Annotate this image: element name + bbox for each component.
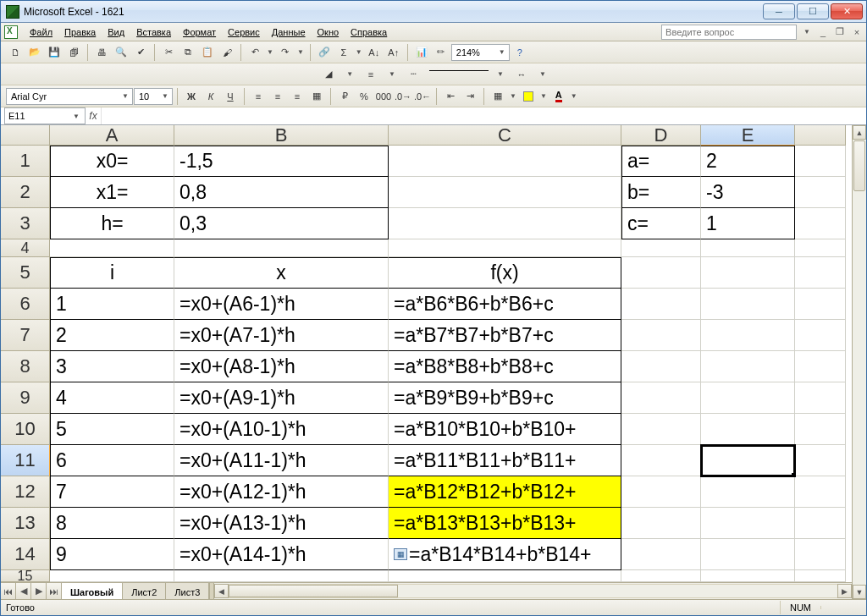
menu-file[interactable]: Файл	[25, 25, 58, 40]
hyperlink-icon[interactable]: 🔗	[315, 43, 334, 62]
cell-f14[interactable]	[795, 539, 846, 570]
titlebar[interactable]: Microsoft Excel - 1621 ─ ☐ ✕	[1, 1, 866, 23]
cell-a3[interactable]: h=	[50, 208, 174, 239]
row-header-15[interactable]: 15	[1, 570, 50, 582]
cell-e12[interactable]	[701, 476, 795, 508]
cell-f1[interactable]	[795, 146, 846, 177]
cell-f7[interactable]	[795, 320, 846, 351]
tab-nav-last-icon[interactable]: ⏭	[47, 583, 62, 599]
cell-b15[interactable]	[174, 570, 389, 582]
cell-b11[interactable]: =x0+(A11-1)*h	[174, 445, 389, 476]
sheet-tab-1[interactable]: Шаговый	[62, 583, 123, 599]
line-style-dropdown-icon[interactable]: ▼	[387, 70, 397, 78]
cell-d15[interactable]	[621, 570, 701, 582]
print-preview-icon[interactable]: 🔍	[112, 43, 130, 62]
col-header-e[interactable]: E	[701, 125, 795, 146]
chart-wizard-icon[interactable]: 📊	[412, 43, 431, 62]
vscroll-thumb[interactable]	[853, 140, 865, 191]
font-size-combo[interactable]: 10▼	[134, 88, 173, 105]
fill-color-dropdown-icon[interactable]: ▼	[538, 92, 549, 100]
menu-data[interactable]: Данные	[267, 25, 311, 40]
row-header-2[interactable]: 2	[1, 177, 50, 208]
cell-a13[interactable]: 8	[50, 508, 174, 539]
cell-e10[interactable]	[701, 414, 795, 445]
cell-a8[interactable]: 3	[50, 351, 174, 382]
font-color-icon[interactable]: A	[549, 87, 568, 106]
row-header-5[interactable]: 5	[1, 257, 50, 289]
cell-f6[interactable]	[795, 289, 846, 320]
merge-center-icon[interactable]: ▦	[307, 87, 326, 106]
open-icon[interactable]: 📂	[25, 43, 44, 62]
cell-d13[interactable]	[621, 508, 701, 539]
workbook-icon[interactable]	[4, 25, 18, 39]
cell-d2[interactable]: b=	[621, 177, 701, 208]
tab-nav-next-icon[interactable]: ▶	[31, 583, 47, 599]
cell-a6[interactable]: 1	[50, 289, 174, 320]
cell-e1[interactable]: 2	[701, 146, 795, 177]
menu-tools[interactable]: Сервис	[223, 25, 265, 40]
row-header-6[interactable]: 6	[1, 289, 50, 320]
cell-f12[interactable]	[795, 476, 846, 508]
increase-indent-icon[interactable]: ⇥	[461, 87, 479, 106]
col-header-b[interactable]: B	[174, 125, 389, 146]
arrow-style-dropdown-icon[interactable]: ▼	[538, 70, 548, 78]
cell-f5[interactable]	[795, 257, 846, 289]
row-header-10[interactable]: 10	[1, 414, 50, 445]
autosum-dropdown-icon[interactable]: ▼	[354, 48, 364, 56]
cell-c2[interactable]	[389, 177, 621, 208]
formula-input[interactable]	[101, 107, 866, 124]
sheet-tab-2[interactable]: Лист2	[123, 583, 166, 599]
cell-c8[interactable]: =a*B8*B8+b*B8+c	[389, 351, 621, 382]
vscroll-track[interactable]	[853, 192, 866, 585]
hscroll-track[interactable]	[229, 584, 837, 598]
cell-d1[interactable]: a=	[621, 146, 701, 177]
cell-b4[interactable]	[174, 239, 389, 257]
increase-decimal-icon[interactable]: .0→	[394, 87, 412, 106]
drawing-icon[interactable]: ✏	[432, 43, 450, 62]
cell-b7[interactable]: =x0+(A7-1)*h	[174, 320, 389, 351]
row-header-3[interactable]: 3	[1, 208, 50, 239]
cell-b1[interactable]: -1,5	[174, 146, 389, 177]
row-header-7[interactable]: 7	[1, 320, 50, 351]
font-name-combo[interactable]: Arial Cyr▼	[6, 88, 133, 105]
cell-e8[interactable]	[701, 351, 795, 382]
spelling-icon[interactable]: ✔	[131, 43, 150, 62]
hscroll-right-icon[interactable]: ▶	[837, 584, 852, 598]
row-header-8[interactable]: 8	[1, 351, 50, 382]
cell-f8[interactable]	[795, 351, 846, 382]
cell-a15[interactable]	[50, 570, 174, 582]
cell-c12[interactable]: =a*B12*B12+b*B12+	[389, 476, 621, 508]
menu-window[interactable]: Окно	[312, 25, 345, 40]
cell-d8[interactable]	[621, 351, 701, 382]
cell-b10[interactable]: =x0+(A10-1)*h	[174, 414, 389, 445]
close-button[interactable]: ✕	[831, 3, 863, 19]
select-all-corner[interactable]	[1, 125, 50, 146]
decrease-decimal-icon[interactable]: .0←	[413, 87, 432, 106]
cell-a12[interactable]: 7	[50, 476, 174, 508]
row-header-9[interactable]: 9	[1, 382, 50, 414]
line-style-icon[interactable]: ≡	[362, 65, 380, 84]
hscroll-thumb[interactable]	[229, 585, 398, 597]
col-header-a[interactable]: A	[50, 125, 174, 146]
cell-e5[interactable]	[701, 257, 795, 289]
cell-f3[interactable]	[795, 208, 846, 239]
ask-dropdown-icon[interactable]: ▼	[802, 28, 812, 36]
format-painter-icon[interactable]: 🖌	[218, 43, 236, 62]
maximize-button[interactable]: ☐	[797, 3, 829, 19]
row-header-14[interactable]: 14	[1, 539, 50, 570]
cell-e7[interactable]	[701, 320, 795, 351]
row-header-13[interactable]: 13	[1, 508, 50, 539]
cell-c7[interactable]: =a*B7*B7+b*B7+c	[389, 320, 621, 351]
underline-button[interactable]: Ч	[221, 87, 240, 106]
row-header-1[interactable]: 1	[1, 146, 50, 177]
cell-d10[interactable]	[621, 414, 701, 445]
cell-d5[interactable]	[621, 257, 701, 289]
bold-button[interactable]: Ж	[182, 87, 201, 106]
cell-e13[interactable]	[701, 508, 795, 539]
font-color-dropdown-icon[interactable]: ▼	[569, 92, 579, 100]
cell-b8[interactable]: =x0+(A8-1)*h	[174, 351, 389, 382]
cell-d11[interactable]	[621, 445, 701, 476]
comma-icon[interactable]: 000	[374, 87, 393, 106]
cell-b2[interactable]: 0,8	[174, 177, 389, 208]
decrease-indent-icon[interactable]: ⇤	[441, 87, 460, 106]
